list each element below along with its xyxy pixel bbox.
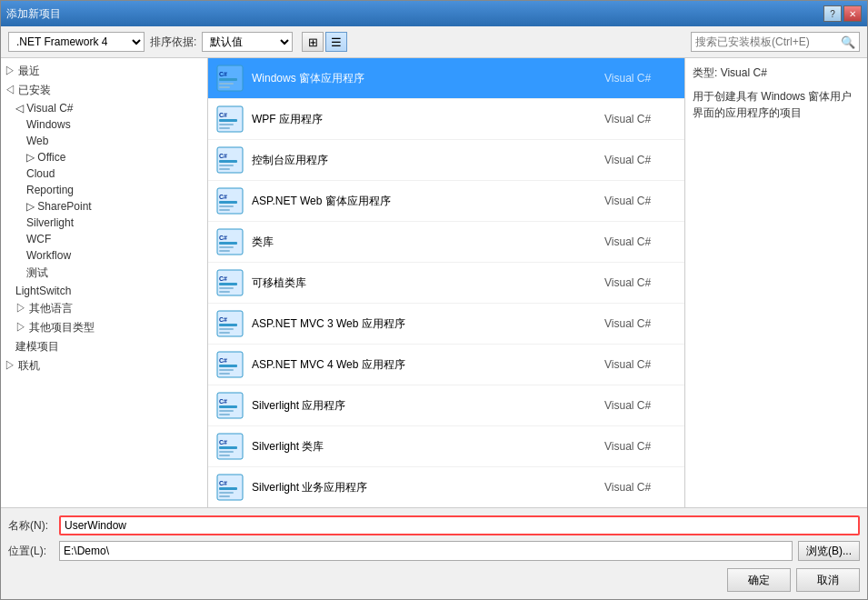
svg-rect-13 [219,165,234,166]
project-item[interactable]: C# ASP.NET MVC 4 Web 应用程序Visual C# [208,345,684,385]
tree-item-test[interactable]: 测试 [1,264,207,283]
tree-item-installed[interactable]: ◁ 已安装 [1,81,207,100]
project-name: WPF 应用程序 [252,112,597,127]
svg-rect-43 [219,410,234,412]
svg-rect-52 [219,487,237,490]
svg-rect-53 [219,492,234,494]
project-name: ASP.NET Web 窗体应用程序 [252,194,597,209]
tree-item-visual_csharp[interactable]: ◁ Visual C# [1,100,207,116]
project-item[interactable]: C# ASP.NET Web 窗体应用程序Visual C# [208,181,684,222]
tree-item-silverlight[interactable]: Silverlight [1,215,207,231]
tree-item-other_types[interactable]: ▷ 其他项目类型 [1,318,207,337]
svg-rect-44 [219,414,230,415]
cancel-button[interactable]: 取消 [796,568,860,592]
svg-rect-27 [219,283,237,285]
name-input[interactable] [59,515,860,535]
project-item[interactable]: C# Silverlight 类库Visual C# [208,426,684,467]
svg-rect-37 [219,365,237,367]
title-bar: 添加新项目 ? ✕ [1,1,867,26]
svg-text:C#: C# [219,275,227,282]
svg-rect-32 [219,324,237,326]
sort-select[interactable]: 默认值 [202,32,293,52]
project-item[interactable]: C# WPF 应用程序Visual C# [208,99,684,140]
svg-text:C#: C# [219,112,227,118]
project-name: 类库 [252,235,597,250]
grid-view-button[interactable]: ⊞ [302,32,324,52]
type-section: 类型: Visual C# 用于创建具有 Windows 窗体用户界面的应用程序… [693,65,860,121]
svg-rect-33 [219,328,234,330]
tree-item-online[interactable]: ▷ 联机 [1,356,207,375]
bottom-buttons: 确定 取消 [8,568,860,592]
svg-rect-39 [219,373,230,375]
project-item[interactable]: C# 可移植类库Visual C# [208,263,684,304]
project-category: Visual C# [604,72,677,85]
project-icon: C# [215,391,244,420]
svg-rect-12 [219,160,237,163]
svg-rect-8 [219,124,234,125]
project-item[interactable]: C# Silverlight 应用程序Visual C# [208,385,684,426]
project-icon: C# [215,227,244,256]
title-bar-buttons: ? ✕ [823,5,862,22]
svg-text:C#: C# [219,235,227,241]
list-view-button[interactable]: ☰ [325,32,347,52]
svg-rect-2 [219,78,237,81]
tree-item-other_lang[interactable]: ▷ 其他语言 [1,299,207,318]
project-name: Silverlight 业务应用程序 [252,480,597,495]
main-panels: ▷ 最近◁ 已安装◁ Visual C#WindowsWeb▷ OfficeCl… [1,57,867,507]
search-input[interactable] [695,35,841,48]
left-panel: ▷ 最近◁ 已安装◁ Visual C#WindowsWeb▷ OfficeCl… [1,58,208,507]
project-category: Visual C# [604,317,677,330]
svg-text:C#: C# [219,480,227,486]
toolbar: .NET Framework 4 排序依据: 默认值 ⊞ ☰ 🔍 [1,26,867,57]
project-item[interactable]: C# 控制台应用程序Visual C# [208,140,684,181]
help-button[interactable]: ? [823,5,842,22]
svg-rect-42 [219,405,237,408]
project-name: 可移植类库 [252,275,597,291]
tree-item-web[interactable]: Web [1,133,207,149]
project-name: Silverlight 应用程序 [252,398,597,414]
ok-button[interactable]: 确定 [727,568,791,592]
project-category: Visual C# [604,481,677,494]
tree-item-cloud[interactable]: Cloud [1,165,207,182]
project-name: 控制台应用程序 [252,153,597,168]
svg-rect-3 [219,83,234,85]
tree-item-recent[interactable]: ▷ 最近 [1,62,207,81]
svg-text:C#: C# [219,153,227,159]
project-item[interactable]: C# ASP.NET MVC 3 Web 应用程序Visual C# [208,304,684,345]
tree-item-workflow[interactable]: Workflow [1,247,207,264]
svg-text:C#: C# [219,316,227,323]
search-icon[interactable]: 🔍 [841,35,855,49]
tree-item-model[interactable]: 建模项目 [1,337,207,356]
svg-text:C#: C# [219,439,227,445]
svg-rect-19 [219,209,230,211]
project-icon: C# [215,473,244,502]
project-item[interactable]: C# Windows 窗体应用程序Visual C# [208,58,684,99]
project-name: ASP.NET MVC 4 Web 应用程序 [252,357,597,373]
tree-item-reporting[interactable]: Reporting [1,182,207,198]
tree-item-office[interactable]: ▷ Office [1,149,207,165]
svg-rect-54 [219,495,230,497]
tree-item-windows[interactable]: Windows [1,116,207,133]
svg-rect-28 [219,287,234,289]
tree-item-sharepoint[interactable]: ▷ SharePoint [1,198,207,215]
framework-select[interactable]: .NET Framework 4 [8,32,145,52]
view-buttons: ⊞ ☰ [302,32,347,52]
project-item[interactable]: C# 类库Visual C# [208,222,684,263]
browse-button[interactable]: 浏览(B)... [798,541,860,561]
location-input[interactable] [59,541,793,561]
project-category: Visual C# [604,113,677,125]
close-button[interactable]: ✕ [843,5,862,22]
add-project-dialog: 添加新项目 ? ✕ .NET Framework 4 排序依据: 默认值 ⊞ ☰… [0,0,868,600]
svg-rect-49 [219,455,230,456]
bottom-area: 名称(N): 位置(L): 浏览(B)... 确定 取消 [1,507,867,599]
svg-rect-9 [219,127,230,129]
tree-item-wcf[interactable]: WCF [1,231,207,247]
name-label: 名称(N): [8,518,54,534]
project-item[interactable]: C# Silverlight 业务应用程序Visual C# [208,467,684,507]
svg-rect-17 [219,201,237,204]
tree-item-lightswitch[interactable]: LightSwitch [1,283,207,299]
project-category: Visual C# [604,276,677,289]
svg-text:C#: C# [219,357,227,364]
project-category: Visual C# [604,235,677,248]
project-name: Silverlight 类库 [252,439,597,455]
